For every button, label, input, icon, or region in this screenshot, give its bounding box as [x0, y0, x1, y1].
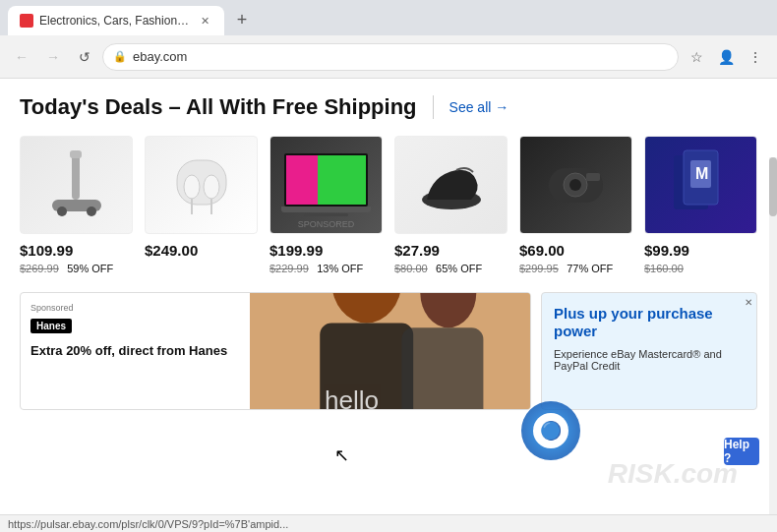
profile-icon[interactable]: 👤: [712, 43, 740, 71]
svg-rect-4: [70, 150, 82, 158]
product-image-cards: M: [644, 136, 757, 234]
see-all-link[interactable]: See all →: [449, 99, 509, 115]
product-card-vacuum[interactable]: $109.99 $269.99 59% OFF: [20, 136, 133, 276]
svg-rect-14: [586, 173, 600, 181]
svg-point-6: [184, 175, 200, 199]
product-discount-vacuum: 59% OFF: [67, 263, 113, 274]
product-price-cards: $99.99: [644, 242, 757, 259]
lock-icon: 🔒: [113, 50, 127, 63]
ad-ebay[interactable]: ✕ Plus up your purchase power Experience…: [541, 292, 757, 410]
address-bar[interactable]: 🔒 ebay.com: [102, 43, 679, 71]
product-image-speaker: [519, 136, 632, 234]
scrollbar[interactable]: [769, 157, 777, 514]
deals-header: Today's Deals – All With Free Shipping S…: [20, 94, 757, 120]
status-text: https://pulsar.ebay.com/plsr/clk/0/VPS/9…: [8, 518, 288, 530]
ad-hanes[interactable]: Sponsored Hanes Extra 20% off, direct fr…: [20, 292, 531, 410]
svg-point-2: [57, 207, 67, 216]
product-image-laptop: SPONSORED: [269, 136, 383, 234]
browser-frame: Electronics, Cars, Fashion, Collect… ✕ +…: [0, 0, 777, 532]
forward-button[interactable]: →: [39, 43, 67, 71]
sponsored-label-laptop: SPONSORED: [298, 219, 355, 229]
scrollbar-thumb[interactable]: [769, 157, 777, 216]
cursor: ↖: [334, 444, 349, 466]
product-image-shoes: [394, 136, 508, 234]
deals-separator: [433, 95, 434, 119]
product-discount-speaker: 77% OFF: [567, 263, 613, 274]
product-discount-shoes: 65% OFF: [436, 263, 482, 274]
svg-text:hello: hello: [325, 385, 379, 409]
product-original-laptop: $229.99: [269, 263, 309, 274]
product-price-speaker: $69.00: [519, 242, 632, 259]
ad-section: Sponsored Hanes Extra 20% off, direct fr…: [20, 292, 757, 410]
product-card-speaker[interactable]: $69.00 $299.95 77% OFF: [519, 136, 632, 276]
active-tab[interactable]: Electronics, Cars, Fashion, Collect… ✕: [8, 6, 224, 35]
product-price-airpods: $249.00: [145, 242, 258, 259]
refresh-button[interactable]: ↺: [71, 43, 98, 71]
malware-inner: 🔵: [533, 413, 568, 448]
product-discount-laptop: 13% OFF: [317, 263, 363, 274]
pcrisk-watermark: RISK.com: [608, 458, 738, 490]
svg-text:M: M: [695, 165, 708, 182]
product-image-vacuum: [20, 136, 133, 234]
svg-point-13: [569, 179, 581, 191]
new-tab-button[interactable]: +: [228, 6, 256, 33]
page-content: Today's Deals – All With Free Shipping S…: [0, 79, 777, 514]
toolbar: ← → ↺ 🔒 ebay.com ☆ 👤 ⋮: [0, 35, 777, 79]
product-card-laptop[interactable]: SPONSORED $199.99 $229.99 13% OFF: [269, 136, 383, 276]
help-button[interactable]: Help ?: [724, 438, 759, 465]
back-button[interactable]: ←: [8, 43, 35, 71]
product-original-vacuum: $269.99: [20, 263, 59, 274]
address-text: ebay.com: [133, 49, 668, 64]
products-grid: $109.99 $269.99 59% OFF: [20, 136, 757, 276]
hanes-logo: Hanes: [30, 319, 72, 333]
ebay-ad-subtitle: Experience eBay Mastercard® and PayPal C…: [554, 348, 745, 372]
hanes-ad-photo: hello: [250, 293, 530, 409]
product-card-cards[interactable]: M $99.99 $160.00: [644, 136, 757, 276]
product-card-shoes[interactable]: $27.99 $80.00 65% OFF: [394, 136, 508, 276]
bookmark-icon[interactable]: ☆: [683, 43, 710, 71]
svg-point-7: [204, 175, 219, 199]
tab-title: Electronics, Cars, Fashion, Collect…: [39, 14, 191, 28]
product-price-vacuum: $109.99: [20, 242, 133, 259]
ebay-ad-title: Plus up your purchase power: [554, 305, 745, 340]
product-original-cards: $160.00: [644, 263, 684, 274]
tab-favicon: [20, 14, 33, 28]
menu-icon[interactable]: ⋮: [742, 43, 769, 71]
product-original-speaker: $299.95: [519, 263, 559, 274]
status-bar: https://pulsar.ebay.com/plsr/clk/0/VPS/9…: [0, 514, 777, 532]
product-image-airpods: [145, 136, 258, 234]
toolbar-actions: ☆ 👤 ⋮: [683, 43, 769, 71]
malware-icon: 🔵: [521, 401, 580, 460]
tab-bar: Electronics, Cars, Fashion, Collect… ✕ +: [0, 0, 777, 35]
svg-point-3: [87, 207, 96, 216]
product-price-shoes: $27.99: [394, 242, 508, 259]
svg-rect-23: [401, 327, 483, 409]
product-price-laptop: $199.99: [269, 242, 383, 259]
deals-title: Today's Deals – All With Free Shipping: [20, 94, 417, 120]
tab-close-button[interactable]: ✕: [197, 13, 212, 29]
product-card-airpods[interactable]: $249.00: [145, 136, 258, 276]
product-original-shoes: $80.00: [394, 263, 428, 274]
ad-close-button[interactable]: ✕: [745, 297, 752, 308]
